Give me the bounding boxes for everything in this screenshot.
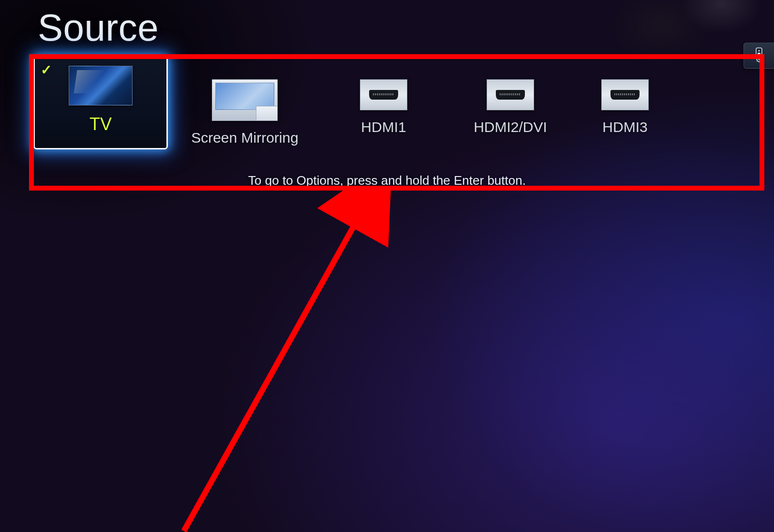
page-title: Source <box>38 6 159 50</box>
source-list: ✓ TV Screen Mirroring HDMI1 HDMI2/DVI HD… <box>35 58 774 184</box>
tv-source-screen: Source <box>0 0 774 532</box>
source-tile-hdmi3[interactable]: HDMI3 <box>577 58 673 135</box>
hdmi-port-icon <box>487 79 534 110</box>
annotation-arrow-icon <box>145 188 397 532</box>
tv-screen-icon <box>69 66 133 105</box>
hdmi-port-icon <box>601 79 649 110</box>
svg-rect-2 <box>758 53 760 57</box>
source-tile-hdmi1[interactable]: HDMI1 <box>323 58 444 135</box>
source-label: HDMI2/DVI <box>474 119 547 135</box>
source-tile-tv[interactable]: ✓ TV <box>35 57 166 148</box>
source-tile-hdmi2-dvi[interactable]: HDMI2/DVI <box>450 58 571 135</box>
svg-line-13 <box>184 192 372 531</box>
svg-point-1 <box>758 50 759 51</box>
source-label: HDMI1 <box>361 119 406 135</box>
screen-mirroring-icon <box>212 79 278 121</box>
options-hint: To go to Options, press and hold the Ent… <box>0 173 774 188</box>
source-label: Screen Mirroring <box>191 130 298 146</box>
hdmi-port-icon <box>360 79 407 110</box>
checkmark-icon: ✓ <box>41 62 52 78</box>
source-tile-screen-mirroring[interactable]: Screen Mirroring <box>172 58 317 146</box>
source-label: HDMI3 <box>602 119 647 135</box>
source-label: TV <box>89 114 112 134</box>
